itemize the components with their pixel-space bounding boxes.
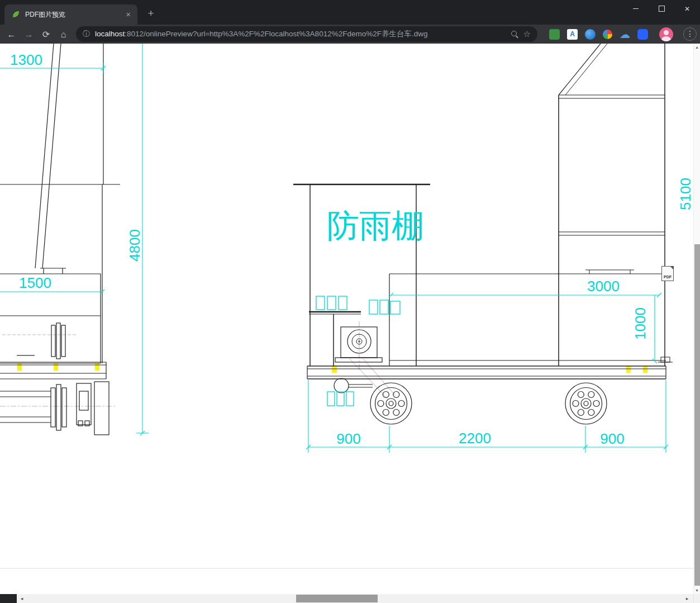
zoom-icon[interactable] <box>510 30 519 39</box>
page-info-icon[interactable]: ⓘ <box>83 29 90 39</box>
extension-icon-green[interactable] <box>549 29 560 40</box>
scrollbar-dark-block <box>0 594 17 603</box>
minimize-icon <box>633 8 639 9</box>
scrollbar-corner <box>693 594 700 603</box>
dim-900-right: 900 <box>600 430 624 447</box>
url-path: :8012/onlinePreview?url=http%3A%2F%2Floc… <box>125 30 427 38</box>
maximize-icon <box>659 6 665 12</box>
dim-1500: 1500 <box>19 274 51 291</box>
scroll-right-icon[interactable]: ▸ <box>683 594 691 603</box>
page-fold-icon <box>670 266 674 270</box>
extension-icon-blue[interactable] <box>637 29 648 40</box>
rain-shelter-label: 防雨棚 <box>327 207 424 244</box>
right-tower-view <box>559 44 665 366</box>
url-host: localhost <box>95 30 125 38</box>
bed-dimensions <box>389 293 661 363</box>
extension-icon-cloud[interactable]: ☁ <box>620 29 630 40</box>
tab-close-icon[interactable]: ✕ <box>123 10 133 20</box>
extensions-row: A ☁ <box>549 29 648 40</box>
pdf-badge-label: PDF <box>662 275 673 279</box>
dim-2200: 2200 <box>459 430 491 447</box>
maximize-button[interactable] <box>649 0 674 17</box>
vertical-scrollbar[interactable]: ▴ ▾ <box>693 44 700 594</box>
wheel-middle <box>370 383 412 424</box>
left-side-view <box>0 44 120 435</box>
dim-3000: 3000 <box>587 278 620 295</box>
cyan-callout-boxes <box>316 296 400 406</box>
wheel-right <box>565 383 607 424</box>
dim-4800: 4800 <box>126 229 143 262</box>
vertical-scrollbar-thumb[interactable] <box>694 244 700 586</box>
browser-tab[interactable]: PDF图片预览 ✕ <box>4 4 137 25</box>
window-controls: ✕ <box>623 0 700 17</box>
avatar-figure <box>664 30 669 35</box>
dwg-preview-canvas: 1300 4800 1500 <box>0 44 693 594</box>
tab-bar: PDF图片预览 ✕ + ✕ <box>0 0 700 25</box>
extension-icon-colorful[interactable] <box>603 30 612 39</box>
refresh-button[interactable]: ⟳ <box>39 27 53 41</box>
dim-900-left: 900 <box>336 430 360 447</box>
magnifier-glyph <box>511 31 517 36</box>
bookmark-star-icon[interactable]: ☆ <box>523 29 531 39</box>
scroll-left-icon[interactable]: ◂ <box>18 594 26 603</box>
horizontal-scrollbar-thumb[interactable] <box>296 595 378 602</box>
address-bar[interactable]: ⓘ localhost:8012/onlinePreview?url=http%… <box>76 26 537 42</box>
extension-icon-translate[interactable]: A <box>567 29 578 40</box>
highlight-marks <box>17 363 647 373</box>
dim-5100: 5100 <box>677 178 693 210</box>
home-button[interactable]: ⌂ <box>56 27 70 41</box>
back-button[interactable]: ← <box>4 27 18 41</box>
dim-1000: 1000 <box>632 307 649 340</box>
horizontal-scrollbar[interactable]: ◂ ▸ <box>0 594 693 603</box>
new-tab-button[interactable]: + <box>144 7 158 21</box>
dim-1300: 1300 <box>10 51 42 68</box>
profile-avatar[interactable] <box>659 27 673 41</box>
pdf-file-icon[interactable]: PDF <box>661 266 674 281</box>
minimize-button[interactable] <box>623 0 649 17</box>
cad-drawing: 1300 4800 1500 <box>0 44 693 594</box>
browser-window: PDF图片预览 ✕ + ✕ ← → ⟳ ⌂ ⓘ localhost:8012/o… <box>0 0 700 603</box>
scroll-down-icon[interactable]: ▾ <box>694 587 700 594</box>
forward-button[interactable]: → <box>22 27 36 41</box>
spring-leaf-favicon <box>11 10 20 19</box>
scroll-up-icon[interactable]: ▴ <box>694 44 700 51</box>
close-button[interactable]: ✕ <box>674 0 700 17</box>
tab-title: PDF图片预览 <box>25 10 123 20</box>
construction-lines <box>0 321 396 406</box>
url-text: localhost:8012/onlinePreview?url=http%3A… <box>95 29 506 39</box>
extension-icon-blue-circle[interactable] <box>585 29 596 40</box>
browser-toolbar: ← → ⟳ ⌂ ⓘ localhost:8012/onlinePreview?u… <box>0 25 700 44</box>
browser-menu-icon[interactable]: ⋮ <box>683 27 697 41</box>
